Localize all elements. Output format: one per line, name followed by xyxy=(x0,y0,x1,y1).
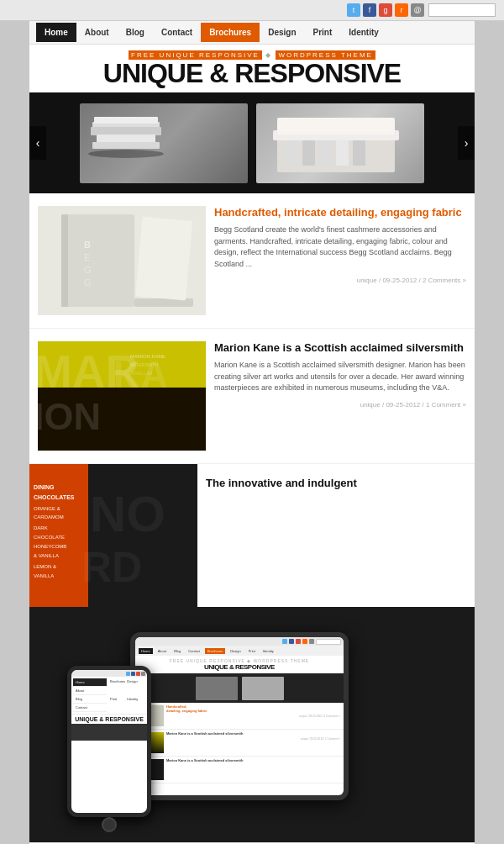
post-text-chocolate: The innovative and indulgent xyxy=(197,464,475,607)
svg-text:G: G xyxy=(84,277,92,287)
tablet-post-row-2: Marion Kane is a Scottish acclaimed silv… xyxy=(135,730,344,757)
svg-text:E: E xyxy=(84,252,90,262)
search-input[interactable] xyxy=(428,3,496,17)
svg-rect-8 xyxy=(277,118,395,135)
rss-icon[interactable]: r xyxy=(395,3,408,17)
svg-rect-9 xyxy=(286,140,298,166)
nav-about[interactable]: About xyxy=(76,23,118,42)
post-title-cashmere: Handcrafted, intricate detailing, engagi… xyxy=(214,206,466,220)
svg-rect-15 xyxy=(63,214,134,307)
tablet-post-text-1: Handcrafted,detailing, engaging fabric u… xyxy=(166,705,340,726)
phone-screen: Home About Blog Contact Brochures Design… xyxy=(71,670,147,813)
site-title: UNIQUE & RESPONSIVE xyxy=(29,59,475,88)
tablet-nav: Home About Blog Contact Brochures Design… xyxy=(135,646,344,656)
svg-rect-11 xyxy=(319,140,332,166)
svg-rect-16 xyxy=(61,214,68,307)
post-title-silversmith: Marion Kane is a Scottish acclaimed silv… xyxy=(214,341,466,356)
nav-home[interactable]: Home xyxy=(36,23,76,42)
svg-rect-4 xyxy=(92,142,160,149)
svg-rect-22 xyxy=(135,217,192,301)
phone-home-button[interactable] xyxy=(102,817,117,832)
phone-title-area: UNIQUE & RESPONSIVE xyxy=(71,714,147,724)
phone-site-title: UNIQUE & RESPONSIVE xyxy=(73,716,145,722)
post-row-chocolate: DINING CHOCOLATES ORANGE & CARDAMOM DARK… xyxy=(29,464,475,607)
nav-print[interactable]: Print xyxy=(305,23,341,42)
svg-text:& VANILLA: & VANILLA xyxy=(34,553,59,558)
nav-design[interactable]: Design xyxy=(260,23,304,42)
svg-rect-13 xyxy=(353,140,365,166)
device-section: Home About Blog Contact Brochures Design… xyxy=(29,607,475,842)
post-thumbnail-silversmith: MAR ION KA MARION KANE SILVERSMITH JEWEL… xyxy=(38,341,206,451)
post-excerpt-silversmith: Marion Kane is a Scottish acclaimed silv… xyxy=(214,360,466,394)
tablet-post-title-1: Handcrafted,detailing, engaging fabric xyxy=(166,705,340,714)
svg-text:CHOCOLATE: CHOCOLATE xyxy=(34,535,65,540)
tablet-post-row-3: Marion Kane is a Scottish acclaimed silv… xyxy=(135,757,344,783)
phone-menu-about: About xyxy=(73,687,107,695)
tablet-post-meta-2: unique / 09-25-2012 / 1 Comment » xyxy=(166,737,340,741)
nav-contact[interactable]: Contact xyxy=(153,23,201,42)
phone-menu-design: Design xyxy=(126,678,142,695)
hero-slider: ‹ xyxy=(29,92,475,193)
tablet-post-meta-1: unique / 09-25-2012 / 2 Comments » xyxy=(166,715,340,718)
post-item-cashmere: B E G G Handcrafted, intricate detailing… xyxy=(29,193,475,329)
phone-menu-print: Print xyxy=(109,696,125,713)
svg-text:B: B xyxy=(84,240,91,250)
svg-text:MARION KANE: MARION KANE xyxy=(130,354,165,359)
svg-text:ION: ION xyxy=(38,395,101,438)
post-meta-silversmith: unique / 09-25-2012 / 1 Comment » xyxy=(214,401,466,409)
phone-hero xyxy=(71,724,147,741)
tablet-post-text-2: Marion Kane is a Scottish acclaimed silv… xyxy=(166,732,340,753)
top-bar: t f g r @ xyxy=(0,0,504,21)
tablet-screen: Home About Blog Contact Brochures Design… xyxy=(135,637,344,795)
tablet-nav-design: Design xyxy=(228,648,243,654)
tablet-nav-brochures: Brochures xyxy=(205,648,225,654)
phone-menu-blog: Blog xyxy=(73,695,107,704)
post-title-chocolate: The innovative and indulgent xyxy=(206,477,466,491)
post-meta-cashmere: unique / 09-25-2012 / 2 Comments » xyxy=(214,277,466,284)
hero-images xyxy=(29,95,475,192)
svg-text:G: G xyxy=(84,265,92,275)
svg-text:LEMON &: LEMON & xyxy=(34,564,56,569)
slider-prev-button[interactable]: ‹ xyxy=(29,126,46,160)
hero-image-box xyxy=(256,103,424,183)
tablet-nav-home: Home xyxy=(139,648,153,654)
tablet-post-title-2: Marion Kane is a Scottish acclaimed silv… xyxy=(166,732,340,736)
facebook-icon[interactable]: f xyxy=(363,3,376,17)
svg-text:ORANGE &: ORANGE & xyxy=(34,506,60,511)
phone-menu-right: Brochures Design Print Identity xyxy=(109,678,145,712)
phone-menu-contact: Contact xyxy=(73,704,107,712)
tablet-nav-print: Print xyxy=(246,648,258,654)
mail-icon[interactable]: @ xyxy=(411,3,424,17)
main-container: Home About Blog Contact Brochures Design… xyxy=(29,21,475,844)
tablet-nav-identity: Identity xyxy=(260,648,276,654)
nav-blog[interactable]: Blog xyxy=(118,23,153,42)
svg-text:SILVERSMITH: SILVERSMITH xyxy=(130,362,158,367)
post-text-silversmith: Marion Kane is a Scottish acclaimed silv… xyxy=(214,341,466,451)
svg-rect-3 xyxy=(97,135,155,143)
phone-menu-home: Home xyxy=(73,678,107,687)
tablet-post-row-1: Handcrafted,detailing, engaging fabric u… xyxy=(135,703,344,730)
main-nav: Home About Blog Contact Brochures Design… xyxy=(29,21,475,45)
google-icon[interactable]: g xyxy=(379,3,392,17)
site-header: FREE UNIQUE RESPONSIVE ◆ WORDPRESS THEME… xyxy=(29,45,475,92)
nav-brochures[interactable]: Brochures xyxy=(201,23,260,42)
tablet-nav-about: About xyxy=(155,648,169,654)
svg-rect-2 xyxy=(91,127,161,135)
svg-rect-10 xyxy=(302,140,315,166)
svg-text:JEWELLER: JEWELLER xyxy=(130,371,153,376)
svg-text:NO: NO xyxy=(90,486,165,542)
slider-next-button[interactable]: › xyxy=(458,126,475,160)
tablet-hero xyxy=(135,673,344,703)
svg-text:HONEYCOMB: HONEYCOMB xyxy=(34,544,66,549)
svg-text:VANILLA: VANILLA xyxy=(34,573,54,578)
phone-menu-identity: Identity xyxy=(126,696,142,713)
svg-rect-1 xyxy=(94,117,158,124)
post-thumbnail-cashmere: B E G G xyxy=(38,206,206,315)
tablet-nav-blog: Blog xyxy=(171,648,183,654)
twitter-icon[interactable]: t xyxy=(347,3,360,17)
post-thumbnail-chocolate: DINING CHOCOLATES ORANGE & CARDAMOM DARK… xyxy=(29,464,197,607)
svg-text:DARK: DARK xyxy=(34,525,48,530)
tablet-device: Home About Blog Contact Brochures Design… xyxy=(130,632,349,800)
nav-identity[interactable]: Identity xyxy=(340,23,387,42)
tablet-nav-contact: Contact xyxy=(186,648,202,654)
